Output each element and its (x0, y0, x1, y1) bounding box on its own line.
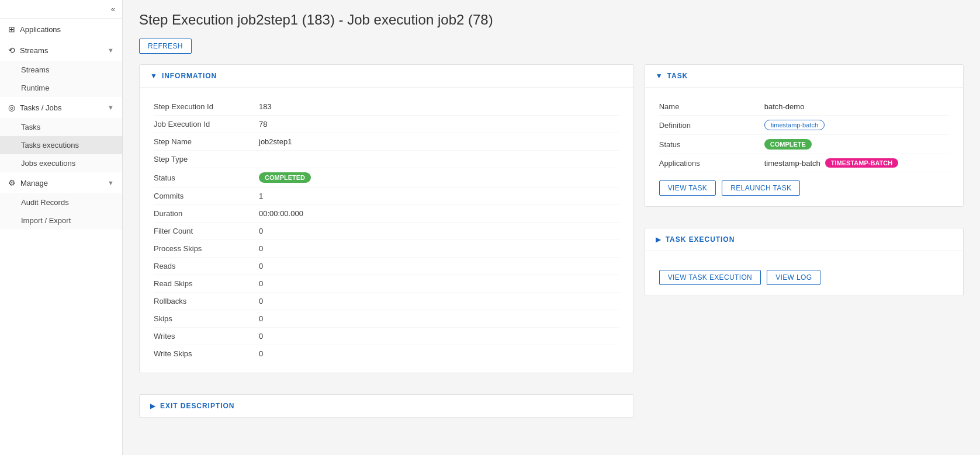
info-label: Read Skips (154, 279, 259, 288)
task-execution-toggle-icon: ▶ (656, 235, 661, 244)
info-value: 0 (259, 297, 263, 305)
info-label: Step Name (154, 137, 259, 146)
info-value: 0 (259, 279, 263, 288)
info-row: Step Execution Id183 (154, 98, 619, 116)
info-row: Skips0 (154, 310, 619, 328)
exit-description-card-header[interactable]: ▶ EXIT DESCRIPTION (140, 395, 633, 418)
manage-label: Manage (20, 179, 48, 187)
info-label: Reads (154, 262, 259, 270)
task-execution-card-body: VIEW TASK EXECUTION VIEW LOG (645, 251, 963, 296)
refresh-button[interactable]: REFRESH (139, 39, 192, 54)
info-value: 0 (259, 244, 263, 253)
information-card-body: Step Execution Id183Job Execution Id78St… (140, 88, 633, 373)
info-row: Job Execution Id78 (154, 116, 619, 133)
info-row: Filter Count0 (154, 223, 619, 240)
info-value: 1 (259, 192, 263, 200)
tasks-submenu: Tasks Tasks executions Jobs executions (0, 118, 122, 172)
sidebar-item-streams-streams[interactable]: Streams (0, 61, 122, 79)
task-execution-card: ▶ TASK EXECUTION VIEW TASK EXECUTION VIE… (645, 228, 964, 296)
task-applications-label: Applications (659, 159, 764, 168)
exit-description-toggle-icon: ▶ (150, 402, 155, 410)
info-row: Process Skips0 (154, 240, 619, 258)
information-collapse-icon[interactable]: ▼ (150, 72, 157, 80)
task-execution-action-row: VIEW TASK EXECUTION VIEW LOG (659, 270, 949, 285)
info-row: StatusCOMPLETED (154, 168, 619, 187)
info-label: Process Skips (154, 244, 259, 253)
info-value: 0 (259, 227, 263, 235)
task-applications-row: Applications timestamp-batch TIMESTAMP-B… (659, 154, 949, 172)
info-row: Rollbacks0 (154, 293, 619, 310)
sidebar-item-streams[interactable]: ⟲ Streams ▼ (0, 40, 122, 61)
relaunch-task-button[interactable]: RELAUNCH TASK (722, 180, 800, 196)
task-definition-row: Definition timestamp-batch (659, 116, 949, 135)
main-content: Step Execution job2step1 (183) - Job exe… (123, 0, 980, 455)
info-label: Job Execution Id (154, 120, 259, 128)
info-label: Write Skips (154, 349, 259, 358)
sidebar-section-streams: ⟲ Streams ▼ Streams Runtime (0, 40, 122, 97)
task-applications-badge: TIMESTAMP-BATCH (825, 158, 898, 168)
sidebar-item-streams-runtime[interactable]: Runtime (0, 79, 122, 97)
info-row: Write Skips0 (154, 345, 619, 362)
info-value: 183 (259, 102, 272, 111)
sidebar-item-jobs-executions[interactable]: Jobs executions (0, 154, 122, 172)
info-label: Step Type (154, 155, 259, 164)
info-row: Step Type (154, 151, 619, 168)
info-value: 00:00:00.000 (259, 209, 303, 218)
page-title: Step Execution job2step1 (183) - Job exe… (139, 12, 964, 28)
sidebar-item-tasks-executions[interactable]: Tasks executions (0, 136, 122, 154)
task-definition-badge: timestamp-batch (764, 120, 825, 130)
exit-description-card: ▶ EXIT DESCRIPTION (139, 394, 634, 418)
info-label: Skips (154, 314, 259, 323)
streams-label: Streams (20, 46, 48, 55)
sidebar-section-applications: ⊞ Applications (0, 19, 122, 40)
info-label: Rollbacks (154, 297, 259, 305)
info-row: Writes0 (154, 328, 619, 345)
info-value: 78 (259, 120, 267, 128)
exit-description-title: EXIT DESCRIPTION (160, 402, 234, 410)
applications-label: Applications (20, 25, 61, 34)
sidebar-item-tasks-jobs[interactable]: ◎ Tasks / Jobs ▼ (0, 97, 122, 118)
info-label: Filter Count (154, 227, 259, 235)
task-collapse-icon[interactable]: ▼ (656, 72, 663, 80)
sidebar-item-manage[interactable]: ⚙ Manage ▼ (0, 172, 122, 193)
collapse-icon: « (111, 5, 115, 13)
task-name-value: batch-demo (764, 102, 805, 111)
task-card-body: Name batch-demo Definition timestamp-bat… (645, 88, 963, 206)
task-applications-text: timestamp-batch (764, 159, 820, 168)
info-row: Read Skips0 (154, 275, 619, 293)
info-label: Duration (154, 209, 259, 218)
tasks-jobs-label: Tasks / Jobs (20, 103, 62, 112)
info-row: Commits1 (154, 187, 619, 205)
sidebar-item-tasks[interactable]: Tasks (0, 118, 122, 136)
task-action-row: VIEW TASK RELAUNCH TASK (659, 180, 949, 196)
sidebar-item-import-export[interactable]: Import / Export (0, 211, 122, 230)
info-value: 0 (259, 332, 263, 341)
info-label: Step Execution Id (154, 102, 259, 111)
manage-icon: ⚙ (8, 178, 16, 187)
sidebar-toggle[interactable]: « (0, 0, 122, 19)
view-task-button[interactable]: VIEW TASK (659, 180, 716, 196)
sidebar-item-audit-records[interactable]: Audit Records (0, 193, 122, 211)
info-value: 0 (259, 349, 263, 358)
view-log-button[interactable]: VIEW LOG (767, 270, 820, 285)
info-row: Duration00:00:00.000 (154, 205, 619, 223)
task-status-row: Status COMPLETE (659, 135, 949, 154)
manage-chevron: ▼ (108, 179, 114, 186)
task-name-row: Name batch-demo (659, 98, 949, 116)
sidebar: « ⊞ Applications ⟲ Streams ▼ Streams Run… (0, 0, 123, 455)
information-title: INFORMATION (162, 72, 217, 80)
information-card: ▼ INFORMATION Step Execution Id183Job Ex… (139, 64, 634, 373)
streams-chevron: ▼ (108, 47, 114, 54)
info-value: 0 (259, 262, 263, 270)
tasks-icon: ◎ (8, 103, 15, 112)
streams-submenu: Streams Runtime (0, 61, 122, 97)
sidebar-item-applications[interactable]: ⊞ Applications (0, 19, 122, 40)
task-status-label: Status (659, 140, 764, 149)
streams-icon: ⟲ (8, 46, 15, 55)
view-task-execution-button[interactable]: VIEW TASK EXECUTION (659, 270, 761, 285)
manage-submenu: Audit Records Import / Export (0, 193, 122, 230)
info-value: 0 (259, 314, 263, 323)
info-label: Status (154, 173, 259, 182)
task-execution-title: TASK EXECUTION (666, 235, 735, 244)
task-execution-card-header[interactable]: ▶ TASK EXECUTION (645, 228, 963, 251)
